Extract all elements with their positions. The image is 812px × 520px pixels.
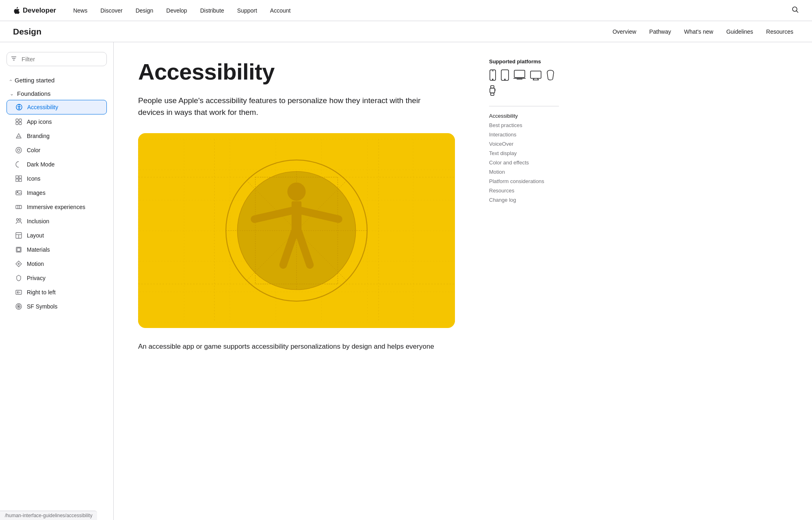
- nav-design[interactable]: Design: [130, 0, 159, 21]
- page-layout: › Getting started ⌄ Foundations: [0, 42, 812, 520]
- nav-support[interactable]: Support: [232, 0, 263, 21]
- chevron-right-icon: ›: [8, 80, 13, 81]
- secondary-nav: Design Overview Pathway What's new Guide…: [0, 21, 812, 42]
- sidebar-item-motion[interactable]: Motion: [6, 257, 107, 271]
- toc-item-platform-considerations[interactable]: Platform considerations: [489, 177, 559, 186]
- secondary-nav-title: Design: [13, 27, 41, 37]
- nav-overview[interactable]: Overview: [607, 21, 642, 42]
- images-icon: [15, 189, 23, 197]
- nav-discover[interactable]: Discover: [95, 0, 128, 21]
- toc-item-interactions[interactable]: Interactions: [489, 130, 559, 139]
- toc-item-resources[interactable]: Resources: [489, 186, 559, 195]
- sidebar-item-images-label: Images: [27, 190, 45, 196]
- privacy-icon: [15, 274, 23, 282]
- app-icons-icon: [15, 118, 23, 126]
- sidebar-item-branding[interactable]: Branding: [6, 129, 107, 143]
- sidebar-item-accessibility-label: Accessibility: [27, 104, 58, 110]
- svg-rect-18: [16, 176, 18, 178]
- svg-line-9: [18, 108, 19, 109]
- top-nav-links: News Discover Design Develop Distribute …: [67, 0, 792, 21]
- svg-point-27: [17, 219, 19, 221]
- apple-developer-logo[interactable]: Developer: [13, 6, 56, 15]
- sidebar-item-inclusion-label: Inclusion: [27, 218, 49, 224]
- filter-icon: [11, 55, 17, 63]
- sidebar-getting-started-header[interactable]: › Getting started: [6, 74, 107, 86]
- sidebar-foundations-header[interactable]: ⌄ Foundations: [6, 88, 107, 99]
- dark-mode-icon: [15, 160, 23, 168]
- sidebar-item-layout[interactable]: Layout: [6, 229, 107, 242]
- sidebar-item-rtl-label: Right to left: [27, 289, 56, 296]
- sidebar-item-images[interactable]: Images: [6, 186, 107, 200]
- rtl-icon: [15, 288, 23, 296]
- color-icon: [15, 146, 23, 154]
- toc-item-accessibility[interactable]: Accessibility: [489, 111, 559, 121]
- toc-item-text-display[interactable]: Text display: [489, 149, 559, 158]
- toc-item-change-log[interactable]: Change log: [489, 195, 559, 205]
- secondary-nav-links: Overview Pathway What's new Guidelines R…: [607, 21, 799, 42]
- nav-account[interactable]: Account: [264, 0, 297, 21]
- sidebar-section-getting-started: › Getting started: [6, 74, 107, 86]
- toc-item-best-practices[interactable]: Best practices: [489, 121, 559, 130]
- sidebar-item-materials[interactable]: Materials: [6, 243, 107, 257]
- sidebar-item-inclusion[interactable]: Inclusion: [6, 214, 107, 228]
- search-icon[interactable]: [792, 6, 799, 15]
- toc-item-motion[interactable]: Motion: [489, 167, 559, 177]
- motion-icon: [15, 260, 23, 268]
- nav-whats-new[interactable]: What's new: [678, 21, 719, 42]
- svg-rect-19: [19, 176, 22, 178]
- svg-point-23: [17, 192, 18, 192]
- inclusion-icon: [15, 217, 23, 225]
- sidebar-item-privacy-label: Privacy: [27, 275, 45, 281]
- svg-rect-33: [17, 248, 20, 251]
- nav-distribute[interactable]: Distribute: [195, 0, 230, 21]
- accessibility-svg: [138, 133, 455, 328]
- svg-point-28: [19, 219, 21, 221]
- svg-point-51: [287, 182, 305, 201]
- toc-item-voiceover[interactable]: VoiceOver: [489, 139, 559, 149]
- main-content: Accessibility People use Apple's accessi…: [114, 42, 479, 520]
- nav-news[interactable]: News: [67, 0, 93, 21]
- layout-icon: [15, 231, 23, 240]
- sidebar-item-accessibility[interactable]: Accessibility: [6, 100, 107, 114]
- svg-point-16: [16, 147, 22, 153]
- sidebar-item-rtl[interactable]: Right to left: [6, 285, 107, 299]
- ipad-icon: [500, 69, 509, 81]
- materials-icon: [15, 246, 23, 254]
- filter-input[interactable]: [6, 52, 107, 66]
- toc-nav: Accessibility Best practices Interaction…: [489, 111, 559, 205]
- chevron-down-icon: ⌄: [10, 91, 14, 97]
- sidebar-item-dark-mode-label: Dark Mode: [27, 161, 54, 168]
- svg-point-66: [505, 79, 505, 80]
- hero-image: [138, 133, 455, 328]
- tv-icon: [530, 69, 542, 81]
- top-nav: Developer News Discover Design Develop D…: [0, 0, 812, 21]
- svg-point-64: [492, 79, 493, 80]
- sidebar-item-color[interactable]: Color: [6, 143, 107, 157]
- svg-point-17: [17, 149, 20, 151]
- mac-icon: [513, 69, 526, 81]
- sidebar-item-app-icons[interactable]: App icons: [6, 115, 107, 129]
- sidebar-item-privacy[interactable]: Privacy: [6, 271, 107, 285]
- sidebar-getting-started-label: Getting started: [15, 77, 54, 84]
- sidebar: › Getting started ⌄ Foundations: [0, 42, 114, 520]
- sidebar-item-branding-label: Branding: [27, 133, 50, 139]
- immersive-icon: [15, 203, 23, 211]
- sidebar-item-immersive[interactable]: Immersive experiences: [6, 200, 107, 214]
- sidebar-item-dark-mode[interactable]: Dark Mode: [6, 158, 107, 171]
- svg-line-10: [19, 108, 20, 109]
- nav-develop[interactable]: Develop: [160, 0, 193, 21]
- svg-point-0: [793, 7, 797, 11]
- nav-guidelines[interactable]: Guidelines: [721, 21, 759, 42]
- icons-icon: [15, 175, 23, 183]
- sidebar-item-sf-symbols[interactable]: SF Symbols: [6, 300, 107, 313]
- svg-rect-67: [514, 70, 525, 78]
- nav-resources[interactable]: Resources: [760, 21, 799, 42]
- nav-pathway[interactable]: Pathway: [643, 21, 677, 42]
- svg-rect-74: [490, 88, 495, 93]
- toc-item-color-effects[interactable]: Color and effects: [489, 158, 559, 167]
- sidebar-section-foundations: ⌄ Foundations Accessibility: [6, 88, 107, 313]
- sidebar-item-icons[interactable]: Icons: [6, 172, 107, 186]
- homepod-icon: [546, 69, 555, 81]
- sidebar-item-motion-label: Motion: [27, 261, 44, 267]
- right-sidebar: Supported platforms: [479, 42, 569, 520]
